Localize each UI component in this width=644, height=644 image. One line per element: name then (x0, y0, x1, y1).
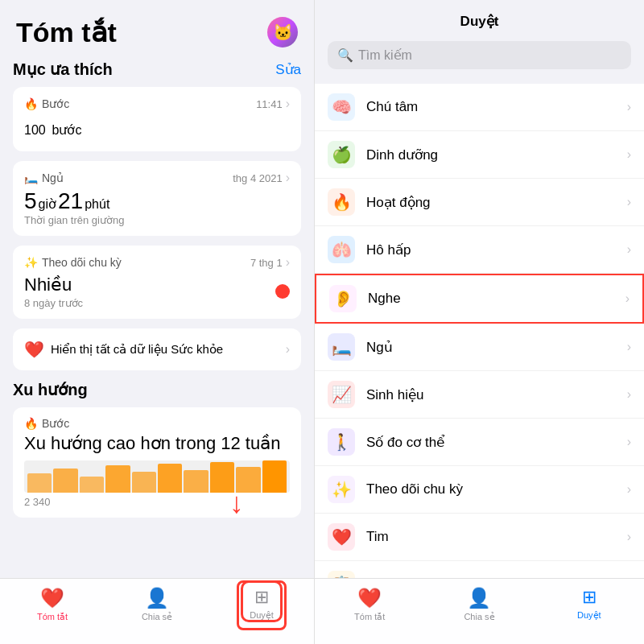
chevron-icon: › (627, 147, 631, 162)
list-item-sinh-hieu[interactable]: 📈 Sinh hiệu › (315, 371, 644, 419)
list-top-spacer (315, 77, 644, 84)
list-item-nghe[interactable]: 👂 Nghe › (315, 274, 644, 324)
chevron-icon: › (286, 171, 290, 185)
theo-doi-sub: 8 ngày trước (24, 297, 83, 309)
buoc-card[interactable]: 🔥 Bước 11:41 › 100 bước (13, 87, 301, 151)
xu-huong-header: Xu hướng (13, 380, 301, 399)
heart-tab-icon: ❤️ (40, 587, 64, 609)
buoc-date: 11:41 › (256, 97, 290, 111)
fire-icon: 🔥 (24, 97, 38, 110)
page-title: Tóm tắt (16, 16, 117, 48)
left-content: Mục ưa thích Sửa 🔥 Bước 11:41 › 100 bước (0, 56, 314, 578)
ngu-sub: Thời gian trên giường (24, 214, 290, 226)
search-placeholder: Tìm kiếm (358, 47, 412, 63)
ngu-label: Ngủ (366, 339, 627, 356)
right-tab-duyet-label: Duyệt (577, 610, 601, 621)
dinh-duong-label: Dinh dưỡng (366, 147, 627, 163)
heart-icon: ❤️ (24, 340, 44, 359)
chevron-icon: › (627, 482, 631, 497)
chevron-icon: › (625, 291, 630, 306)
avatar[interactable]: 🐱 (267, 17, 298, 47)
chevron-icon: › (627, 242, 631, 257)
tab-chia-se-label: Chia sẻ (142, 612, 172, 622)
right-tab-tom-tat-label: Tóm tắt (354, 612, 385, 622)
ngu-card[interactable]: 🛏️ Ngủ thg 4 2021 › 5 giờ 21 phút Thời g… (13, 161, 301, 236)
ngu-value: 5 giờ 21 phút (24, 188, 290, 214)
trieu-chung-icon: 📋 (328, 571, 355, 578)
list-item-theo-doi-chu-ky[interactable]: ✨ Theo dõi chu kỳ › (315, 466, 644, 514)
chevron-icon: › (627, 340, 631, 354)
buoc-label: 🔥 Bước (24, 97, 69, 110)
bed-icon: 🛏️ (24, 171, 38, 184)
left-panel: Tóm tắt 🐱 Mục ưa thích Sửa 🔥 Bước 11:41 … (0, 0, 314, 644)
theo-doi-label: ✨ Theo dõi chu kỳ (24, 256, 122, 269)
trend-label: 🔥 Bước (24, 417, 290, 430)
chevron-icon: › (286, 255, 290, 270)
browse-tab-icon: ⊞ (254, 587, 269, 608)
right-browse-tab-icon: ⊞ (582, 587, 597, 608)
right-title: Duyệt (331, 13, 628, 30)
xu-huong-title: Xu hướng (13, 380, 88, 399)
tab-duyet-label: Duyệt (250, 610, 274, 621)
chevron-icon: › (627, 387, 631, 402)
hoat-dong-icon: 🔥 (328, 188, 355, 216)
ngu-date: thg 4 2021 › (233, 171, 290, 185)
list-item-trieu-chung[interactable]: 📋 Triệu chứng › (315, 561, 644, 578)
list-item-so-do-co-the[interactable]: 🚶 Số đo cơ thể › (315, 419, 644, 466)
nghe-label: Nghe (368, 291, 625, 307)
sparkle-icon: ✨ (24, 256, 38, 269)
right-tab-bar: ❤️ Tóm tắt 👤 Chia sẻ ⊞ Duyệt (315, 578, 644, 644)
left-header: Tóm tắt 🐱 (0, 0, 314, 56)
nghe-icon: 👂 (329, 285, 357, 312)
right-panel: Duyệt 🔍 Tìm kiếm 🧠 Chú tâm › 🍏 Dinh dưỡn… (315, 0, 644, 644)
theo-doi-chu-ky-card[interactable]: ✨ Theo dõi chu kỳ 7 thg 1 › Nhiều 8 ngày… (13, 246, 301, 319)
right-tab-chia-se[interactable]: 👤 Chia sẻ (424, 587, 534, 622)
health-btn-text: Hiển thị tất cả dữ liệu Sức khỏe (51, 342, 223, 357)
list-item-dinh-duong[interactable]: 🍏 Dinh dưỡng › (315, 131, 644, 179)
ho-hap-label: Hô hấp (366, 242, 627, 258)
chevron-icon: › (286, 342, 290, 357)
trend-card[interactable]: 🔥 Bước Xu hướng cao hơn trong 12 tuần (13, 407, 301, 518)
sua-button[interactable]: Sửa (275, 61, 301, 78)
list-item-chu-tam[interactable]: 🧠 Chú tâm › (315, 84, 644, 131)
xu-huong-section: Xu hướng 🔥 Bước Xu hướng cao hơn trong 1… (13, 380, 301, 518)
right-tab-duyet[interactable]: ⊞ Duyệt (535, 587, 644, 621)
list-item-ngu[interactable]: 🛏️ Ngủ › (315, 324, 644, 371)
health-all-button[interactable]: ❤️ Hiển thị tất cả dữ liệu Sức khỏe › (13, 328, 301, 370)
red-arrow: ↓ (229, 486, 244, 520)
right-share-tab-icon: 👤 (467, 587, 491, 609)
search-bar[interactable]: 🔍 Tìm kiếm (328, 41, 631, 69)
muc-ua-thich-header: Mục ưa thích Sửa (13, 60, 301, 79)
dinh-duong-icon: 🍏 (328, 141, 355, 168)
right-list: 🧠 Chú tâm › 🍏 Dinh dưỡng › 🔥 Hoạt động ›… (315, 77, 644, 578)
so-do-label: Số đo cơ thể (366, 434, 627, 451)
list-item-hoat-dong[interactable]: 🔥 Hoạt động › (315, 179, 644, 226)
theo-doi-value: Nhiều (24, 275, 83, 295)
left-tab-bar: ❤️ Tóm tắt 👤 Chia sẻ ⊞ Duyệt (0, 578, 314, 644)
tab-tom-tat[interactable]: ❤️ Tóm tắt (0, 587, 105, 622)
right-heart-tab-icon: ❤️ (357, 587, 382, 609)
tab-bar-container: ↓ ❤️ Tóm tắt 👤 Chia sẻ ⊞ Duyệt (0, 578, 314, 644)
ho-hap-icon: 🫁 (328, 236, 355, 263)
sinh-hieu-label: Sinh hiệu (366, 386, 627, 403)
theo-doi-label: Theo dõi chu kỳ (366, 481, 627, 497)
right-tab-tom-tat[interactable]: ❤️ Tóm tắt (315, 587, 424, 622)
chu-tam-label: Chú tâm (366, 99, 627, 115)
theo-doi-date: 7 thg 1 › (250, 255, 290, 270)
health-btn-left: ❤️ Hiển thị tất cả dữ liệu Sức khỏe (24, 340, 223, 359)
chevron-icon: › (627, 435, 631, 449)
list-item-tim[interactable]: ❤️ Tim › (315, 514, 644, 561)
trend-title: Xu hướng cao hơn trong 12 tuần (24, 433, 290, 454)
list-item-ho-hap[interactable]: 🫁 Hô hấp › (315, 226, 644, 274)
tab-tom-tat-label: Tóm tắt (37, 612, 68, 622)
ngu-label: 🛏️ Ngủ (24, 171, 64, 184)
trend-fire-icon: 🔥 (24, 417, 38, 430)
ngu-icon: 🛏️ (328, 333, 355, 361)
trend-bar (24, 460, 290, 493)
chevron-icon: › (627, 100, 631, 114)
search-icon: 🔍 (337, 47, 353, 63)
section-title-muc-ua-thich: Mục ưa thích (13, 60, 113, 79)
right-header: Duyệt (315, 0, 644, 36)
tab-chia-se[interactable]: 👤 Chia sẻ (105, 587, 209, 622)
tab-duyet[interactable]: ⊞ Duyệt (209, 587, 314, 621)
